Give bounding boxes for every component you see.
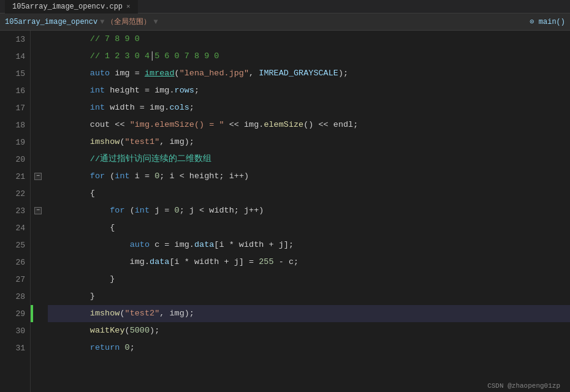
ln-14: 14 — [0, 48, 30, 65]
fold-24 — [33, 219, 43, 236]
tab-filename: 105array_image_opencv.cpp — [12, 2, 123, 11]
ln-24: 24 — [0, 219, 30, 236]
editor-area: 13 14 15 16 17 18 19 20 21 22 23 24 25 2… — [0, 31, 570, 392]
toolbar-filename: 105array_image_opencv — [5, 18, 97, 26]
fold-25 — [33, 236, 43, 254]
ln-20: 20 — [0, 151, 30, 168]
toolbar: 105array_image_opencv ▼ （全局范围） ▼ ⊙ main(… — [0, 13, 570, 31]
code-line-23: for (int j = 0; j < width; j++) — [48, 202, 570, 219]
toolbar-sep1[interactable]: ▼ — [100, 18, 104, 26]
ln-25: 25 — [0, 236, 30, 254]
fold-21[interactable]: − — [33, 168, 43, 185]
toolbar-scope: （全局范围） — [107, 17, 151, 27]
fold-27 — [33, 271, 43, 288]
fold-28 — [33, 288, 43, 305]
ln-15: 15 — [0, 65, 30, 82]
fold-30 — [33, 322, 43, 339]
code-line-24: { — [48, 219, 570, 236]
fold-17 — [33, 99, 43, 116]
tab-close[interactable]: × — [126, 3, 131, 10]
fold-26 — [33, 254, 43, 271]
ln-28: 28 — [0, 288, 30, 305]
ln-19: 19 — [0, 134, 30, 151]
fold-14 — [33, 48, 43, 65]
code-line-18: cout << "img.elemSize() = " << img.elemS… — [48, 116, 570, 134]
code-line-14: // 1 2 3 0 4│5 6 0 7 8 9 0 — [48, 48, 570, 65]
ln-31: 31 — [0, 339, 30, 356]
code-line-27: } — [48, 271, 570, 288]
fold-29 — [33, 305, 43, 322]
ln-18: 18 — [0, 116, 30, 134]
code-line-29: imshow("test2", img); — [48, 305, 570, 322]
toolbar-sep2[interactable]: ▼ — [153, 18, 158, 26]
ln-21: 21 — [0, 168, 30, 185]
fold-13 — [33, 31, 43, 48]
code-line-20: //通过指针访问连续的二维数组 — [48, 151, 570, 168]
title-bar: 105array_image_opencv.cpp × — [0, 0, 570, 13]
ln-30: 30 — [0, 322, 30, 339]
code-line-13: // 7 8 9 0 — [48, 31, 570, 48]
ln-13: 13 — [0, 31, 30, 48]
fold-16 — [33, 82, 43, 99]
file-tab[interactable]: 105array_image_opencv.cpp × — [5, 0, 138, 13]
code-content: // 7 8 9 0 // 1 2 3 0 4│5 6 0 7 8 9 0 au… — [43, 31, 570, 392]
fold-18 — [33, 116, 43, 134]
ln-17: 17 — [0, 99, 30, 116]
fold-19 — [33, 134, 43, 151]
code-line-16: int height = img.rows; — [48, 82, 570, 99]
code-line-17: int width = img.cols; — [48, 99, 570, 116]
fold-20 — [33, 151, 43, 168]
fold-23[interactable]: − — [33, 202, 43, 219]
code-line-19: imshow("test1", img); — [48, 134, 570, 151]
fold-col: − − — [33, 31, 43, 392]
code-line-28: } — [48, 288, 570, 305]
branding-label: CSDN @zhaopeng01zp — [487, 382, 560, 390]
fold-15 — [33, 65, 43, 82]
code-line-25: auto c = img.data[i * width + j]; — [48, 236, 570, 254]
code-line-21: for (int i = 0; i < height; i++) — [48, 168, 570, 185]
ln-22: 22 — [0, 185, 30, 202]
fold-22 — [33, 185, 43, 202]
code-line-26: img.data[i * width + j] = 255 - c; — [48, 254, 570, 271]
ln-29: 29 — [0, 305, 30, 322]
code-line-31: return 0; — [48, 339, 570, 356]
code-line-22: { — [48, 185, 570, 202]
code-line-30: waitKey(5000); — [48, 322, 570, 339]
ln-27: 27 — [0, 271, 30, 288]
ln-23: 23 — [0, 202, 30, 219]
gutter: 13 14 15 16 17 18 19 20 21 22 23 24 25 2… — [0, 31, 31, 392]
toolbar-func: ⊙ main() — [530, 18, 565, 26]
fold-31 — [33, 339, 43, 356]
code-line-15: auto img = imread("lena_hed.jpg", IMREAD… — [48, 65, 570, 82]
ln-16: 16 — [0, 82, 30, 99]
ln-26: 26 — [0, 254, 30, 271]
